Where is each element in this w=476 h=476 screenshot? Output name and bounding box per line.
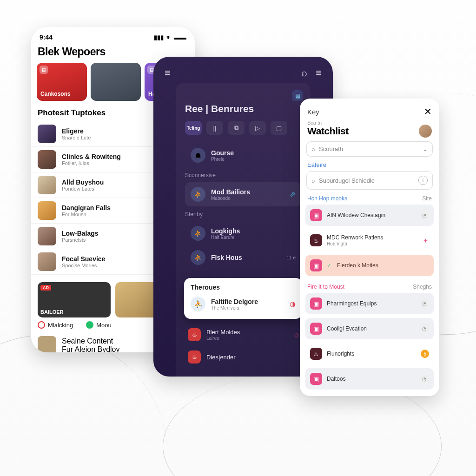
chat-icon: ▣ — [310, 373, 322, 385]
search-icon[interactable]: ⌕ — [301, 67, 307, 79]
clock-icon: ◔ — [420, 211, 429, 220]
watchlist-item[interactable]: ▣ Daltoos ◔ — [305, 368, 434, 390]
remove-icon[interactable]: ◇ — [294, 331, 298, 338]
person-icon: ⛹ — [191, 297, 205, 311]
more-icon[interactable]: ≡ — [316, 67, 322, 79]
center-panel: ▦ Ree | Benrures Teling || ⧉ ▷ ▢ ☗ Gours… — [176, 83, 311, 377]
watchlist-item-selected[interactable]: ▣ ✓ Flerdeo k Moties — [305, 255, 434, 276]
chat-icon: ▣ — [310, 298, 322, 310]
record-icon — [38, 321, 45, 329]
schedule-input[interactable]: ⌕ Suburdugol Schiedle i — [306, 171, 433, 190]
action-icon[interactable]: ◑ — [290, 300, 296, 308]
group-action[interactable]: Sheghs — [413, 284, 432, 290]
app-icon: ♨ — [310, 348, 322, 360]
list-item[interactable]: ⛹ Mod BailiorsMaboodo ⇗ — [185, 182, 301, 206]
search-icon: ⌕ — [311, 177, 315, 184]
chat-icon: ▣ — [310, 209, 322, 221]
status-bar: 9:44 ▮▮▮ ᯤ ▬▬ — [31, 27, 195, 43]
tab-row: Teling || ⧉ ▷ ▢ — [185, 121, 301, 135]
person-icon: ⛹ — [191, 187, 205, 202]
watchlist-item[interactable]: ▣ Pharmingost Equips ◔ — [305, 293, 434, 314]
app-icon: ♨ — [188, 350, 201, 364]
person-icon: ⛹ — [191, 250, 205, 265]
card-badge-icon: ⊟ — [40, 66, 48, 74]
chevron-down-icon[interactable]: ⌄ — [423, 145, 428, 152]
section-label: Sconnersive — [185, 172, 301, 178]
close-icon[interactable]: ✕ — [424, 106, 432, 117]
filter-link[interactable]: Eafeire — [300, 157, 439, 171]
count-badge: 5 — [421, 350, 429, 358]
search-input[interactable]: ⌕ Scourath ⌄ — [306, 141, 433, 157]
wifi-icon: ᯤ — [166, 34, 172, 41]
header-key: Key — [307, 108, 319, 116]
tab[interactable]: ▢ — [271, 121, 287, 135]
highlight-card: Theroues ⛹ Faltifie DelgoreThe Menivers … — [184, 278, 302, 319]
timestamp: 11 e — [287, 255, 296, 260]
chat-icon: ▣ — [310, 323, 322, 335]
tab[interactable]: || — [206, 121, 223, 135]
featured-card[interactable] — [91, 63, 141, 101]
info-icon[interactable]: i — [418, 176, 428, 185]
header-sub: Sca tn — [300, 120, 439, 126]
add-icon[interactable]: ＋ — [422, 236, 429, 245]
list-item[interactable]: ⛹ Flsk Hous 11 e — [185, 245, 301, 270]
share-icon[interactable]: ⇗ — [290, 190, 296, 198]
page-title: Watchlist — [300, 126, 439, 141]
phone-right: Key ✕ Sca tn Watchlist ⌕ Scourath ⌄ Eafe… — [300, 99, 439, 396]
battery-icon: ▬▬ — [174, 34, 186, 41]
featured-label: Cankosons — [40, 91, 71, 97]
list-item[interactable]: ⛹ Faltifie DelgoreThe Menivers ◑ — [191, 295, 296, 313]
group-action[interactable]: Site — [422, 195, 432, 202]
list-item[interactable]: ♨ Blert MoldesLalres ◇ — [185, 324, 301, 346]
panel-title: Ree | Benrures — [185, 103, 301, 114]
avatar[interactable] — [419, 125, 432, 138]
watchlist-item[interactable]: ♨ MDC Renwork PatlensHob Vigth ＋ — [305, 230, 434, 251]
calendar-icon[interactable]: ▦ — [292, 90, 303, 101]
featured-card[interactable]: ⊟ Cankosons — [37, 63, 87, 101]
signal-icon: ▮▮▮ — [154, 34, 164, 41]
section-label: Stertby — [185, 211, 301, 218]
ad-badge: AD — [40, 285, 51, 291]
promo-card[interactable]: ADBAILOER — [38, 282, 111, 317]
list-item[interactable]: ☗ GoursePhrele — [185, 143, 301, 167]
watchlist-item[interactable]: ♨ Flunorights 5 — [305, 343, 434, 364]
tab[interactable]: ⧉ — [228, 121, 245, 135]
app-icon: ♨ — [310, 234, 322, 246]
clock-icon: ◔ — [420, 374, 429, 383]
clock-icon: ◔ — [420, 324, 429, 333]
watchlist-item[interactable]: ▣ Cooligl Evcation ◔ — [305, 318, 434, 339]
group-title: Hon Hop mooks — [307, 195, 347, 202]
status-chip[interactable]: Mlalcking — [31, 317, 79, 332]
play-icon — [86, 321, 93, 329]
status-time: 9:44 — [40, 33, 53, 41]
clock-icon: ◔ — [420, 299, 429, 308]
list-item[interactable]: ⛹ LogkighsHalt Eurure — [185, 221, 301, 245]
card-heading: Theroues — [191, 284, 296, 291]
status-chip[interactable]: Moou — [79, 317, 118, 332]
chat-icon: ▣ — [310, 259, 322, 271]
search-icon: ⌕ — [311, 145, 315, 152]
list-item[interactable]: ♨ Dies|ender — [185, 346, 301, 368]
status-indicators: ▮▮▮ ᯤ ▬▬ — [154, 34, 186, 41]
group-title: Fire It to Moust — [307, 284, 344, 290]
watchlist-item[interactable]: ▣ AIN Wilodew Chestagin ◔ — [305, 205, 434, 226]
tab[interactable]: Teling — [185, 121, 202, 135]
person-icon: ☗ — [191, 148, 205, 163]
check-icon: ✓ — [327, 262, 331, 269]
app-icon: ♨ — [188, 328, 201, 341]
tab[interactable]: ▷ — [249, 121, 266, 135]
person-icon: ⛹ — [191, 226, 205, 241]
menu-icon[interactable]: ≡ — [165, 67, 171, 79]
